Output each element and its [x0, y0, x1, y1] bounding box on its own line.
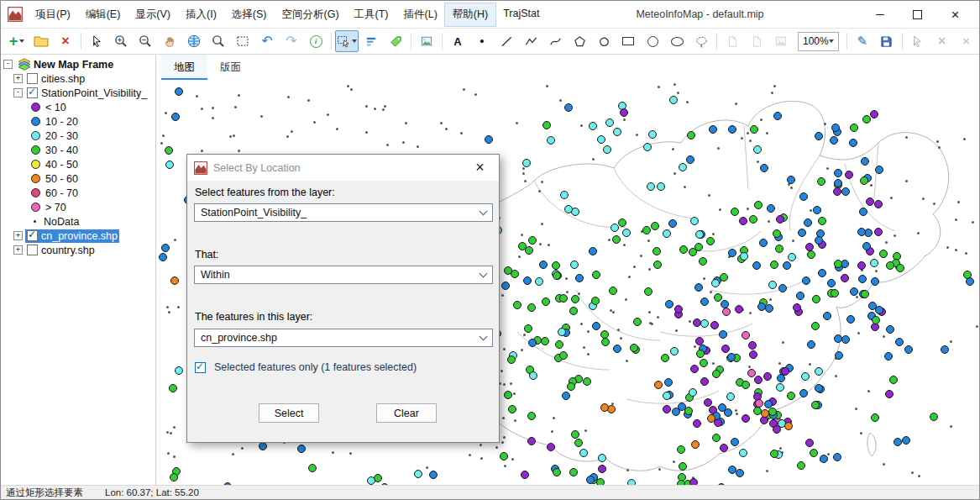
menu-item-7[interactable]: 插件(L): [396, 3, 445, 26]
small-station-dot: [612, 311, 615, 313]
point-tool-button[interactable]: •: [470, 30, 494, 52]
station-dot: [871, 323, 879, 331]
freehand-tool-button[interactable]: [689, 30, 713, 52]
tree-node-country-shp[interactable]: +country.shp: [1, 243, 155, 257]
station-dot: [778, 284, 787, 292]
identify-button[interactable]: i: [304, 30, 328, 52]
dialog-close-button[interactable]: ×: [461, 155, 499, 181]
curve-polygon-tool-button[interactable]: [592, 30, 616, 52]
station-dot: [748, 341, 757, 350]
station-dot: [850, 124, 858, 132]
legend-item[interactable]: 30 - 40: [1, 143, 155, 157]
tree-node-label[interactable]: StationPoint_Visibility_: [41, 87, 147, 99]
layer-visibility-checkbox[interactable]: [27, 73, 38, 84]
tree-node-label[interactable]: cn_province.shp: [41, 230, 118, 242]
tab-layout[interactable]: 版面: [207, 55, 254, 80]
rectangle-tool-button[interactable]: [616, 30, 640, 52]
tab-map[interactable]: 地图: [161, 55, 207, 80]
layer-visibility-checkbox[interactable]: [27, 245, 38, 255]
station-dot: [161, 244, 170, 252]
polyline-tool-button[interactable]: [519, 30, 542, 52]
expander-icon[interactable]: -: [13, 88, 23, 97]
select-by-rectangle-button[interactable]: [335, 30, 359, 52]
legend-item[interactable]: 20 - 30: [1, 129, 155, 143]
combo-layer-from[interactable]: StationPoint_Visibility_: [194, 203, 493, 222]
layer-visibility-checkbox[interactable]: [27, 87, 38, 98]
small-station-dot: [824, 123, 826, 125]
minimize-button[interactable]: [861, 1, 899, 28]
station-dot: [728, 125, 736, 134]
menu-item-2[interactable]: 显示(V): [128, 3, 178, 26]
legend-item[interactable]: 60 - 70: [1, 186, 155, 200]
zoom-in-button[interactable]: [109, 30, 133, 52]
menu-item-1[interactable]: 编辑(E): [78, 3, 128, 26]
legend-item[interactable]: > 70: [1, 200, 155, 214]
maximize-button[interactable]: [899, 1, 936, 28]
menu-item-5[interactable]: 空间分析(G): [275, 3, 347, 26]
polygon-tool-button[interactable]: [568, 30, 591, 52]
legend-item[interactable]: NoData: [1, 214, 155, 229]
insert-image-button[interactable]: [415, 30, 438, 52]
dialog-close-icon: ×: [475, 159, 485, 176]
map-canvas[interactable]: Select By Location × Select features fro…: [156, 80, 979, 485]
measure-button[interactable]: [359, 30, 383, 52]
text-tool-button[interactable]: A: [446, 30, 469, 52]
legend-item[interactable]: 10 - 20: [1, 114, 155, 129]
open-file-button[interactable]: [29, 30, 53, 52]
small-station-dot: [538, 190, 541, 192]
tree-node-cn-province-shp[interactable]: +cn_province.shp: [1, 229, 155, 243]
remove-layer-button[interactable]: ×: [54, 30, 77, 52]
dialog-titlebar[interactable]: Select By Location ×: [187, 155, 499, 181]
chevron-down-icon: [480, 333, 488, 341]
curve-tool-button[interactable]: [543, 30, 567, 52]
undo-button[interactable]: ↶: [255, 30, 279, 52]
ellipse-tool-button[interactable]: [665, 30, 689, 52]
expander-icon[interactable]: +: [13, 74, 23, 83]
add-layer-button[interactable]: +: [5, 30, 29, 52]
layer-visibility-checkbox[interactable]: [27, 230, 38, 241]
legend-item[interactable]: 40 - 50: [1, 157, 155, 171]
close-button[interactable]: ×: [936, 1, 974, 28]
menu-item-3[interactable]: 插入(I): [178, 3, 224, 26]
expander-icon[interactable]: +: [13, 245, 23, 255]
full-extent-button[interactable]: [182, 30, 206, 52]
tree-node-label[interactable]: cities.shp: [41, 73, 85, 85]
tree-node-cities-shp[interactable]: +cities.shp: [1, 71, 155, 86]
tree-node-label[interactable]: country.shp: [41, 245, 95, 256]
save-edits-button[interactable]: [875, 30, 899, 52]
expander-icon[interactable]: +: [13, 231, 23, 240]
zoom-level-combo[interactable]: 100%: [798, 32, 839, 51]
legend-item[interactable]: < 10: [1, 100, 155, 114]
expander-icon[interactable]: -: [3, 60, 13, 69]
small-station-dot: [778, 362, 781, 365]
small-station-dot: [162, 134, 165, 137]
menu-item-0[interactable]: 项目(P): [28, 3, 78, 26]
select-tool-button[interactable]: [85, 30, 108, 52]
tree-node-stationpoint-visibility-[interactable]: -StationPoint_Visibility_: [1, 86, 155, 100]
combo-predicate[interactable]: Within: [194, 266, 493, 284]
menu-item-9[interactable]: TrajStat: [495, 3, 547, 26]
menu-item-8[interactable]: 帮助(H): [445, 3, 495, 26]
small-station-dot: [771, 92, 773, 94]
select-button[interactable]: Select: [259, 403, 319, 423]
label-features-button[interactable]: [384, 30, 407, 52]
menu-item-6[interactable]: 工具(T): [347, 3, 396, 26]
tree-node-map-frame[interactable]: -New Map Frame: [1, 57, 155, 71]
edit-tool-button[interactable]: ✎: [851, 30, 874, 52]
station-dot: [693, 419, 701, 428]
zoom-out-button[interactable]: [134, 30, 157, 52]
zoom-previous-button[interactable]: [231, 30, 254, 52]
line-tool-button[interactable]: [495, 30, 518, 52]
selected-features-only-checkbox[interactable]: [195, 362, 206, 373]
station-dot: [783, 261, 791, 270]
zoom-to-layer-button[interactable]: [207, 30, 230, 52]
legend-item[interactable]: 50 - 60: [1, 171, 155, 186]
menu-item-4[interactable]: 选择(S): [224, 3, 275, 26]
redo-button[interactable]: ↷: [280, 30, 303, 52]
combo-layer-in[interactable]: cn_province.shp: [194, 329, 493, 347]
circle-tool-button[interactable]: [641, 30, 664, 52]
station-dot: [633, 318, 642, 326]
pan-tool-button[interactable]: [158, 30, 181, 52]
clear-button[interactable]: Clear: [376, 403, 437, 423]
station-dot: [862, 115, 871, 124]
